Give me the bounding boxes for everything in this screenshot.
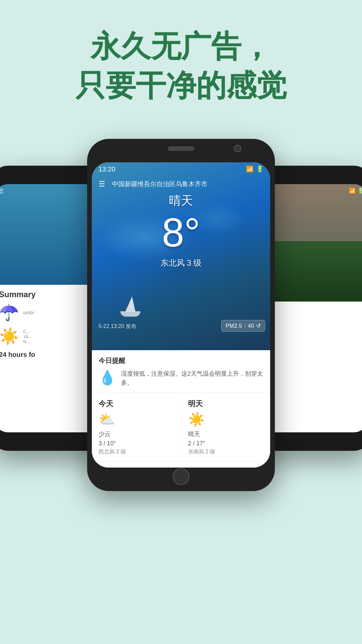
hero-line2: 只要干净的感觉 [0,66,362,105]
left-umbr-label: umbr- [23,310,36,315]
today-condition: 少云 [99,430,174,438]
boat-illustration [119,297,145,317]
today-label: 今天 [99,399,174,409]
left-weather-info: C... [23,329,32,334]
center-phone-speaker [168,146,194,151]
reminder-title: 今日提醒 [99,356,263,365]
right-status-icons: 📶 🔋 [349,187,362,194]
umbrella-icon: ☂️ [0,303,19,322]
status-bar: 13:20 📶 🔋 [92,162,270,176]
reminder-text: 湿度很低，注意保湿。这2天气温会明显上升，别穿太多。 [121,369,263,387]
weather-background: 13:20 📶 🔋 ☰ 中国新疆维吾尔自治区乌鲁木齐市 晴天 8° 东北风 3 … [92,162,270,350]
nav-bar: ☰ 中国新疆维吾尔自治区乌鲁木齐市 [92,176,270,193]
today-forecast: 今天 ⛅ 少云 3 / 10° 西北风 2 级 [92,393,181,462]
right-battery-icon: 🔋 [357,187,362,194]
weather-wind: 东北风 3 级 [92,258,270,268]
today-temp: 3 / 10° [99,440,174,447]
today-reminder: 今日提醒 💧 湿度很低，注意保湿。这2天气温会明显上升，别穿太多。 [92,350,270,393]
center-phone-camera [234,145,241,152]
pm25-badge: PM2.5：40 ↺ [221,320,265,332]
tomorrow-icon: ☀️ [188,412,264,427]
tomorrow-condition: 晴天 [188,430,264,438]
forecast-row: 今天 ⛅ 少云 3 / 10° 西北风 2 级 明天 ☀️ 晴天 2 / 17°… [92,393,270,462]
hourly-section: 24 小时预报 现在 ☀️ 14:00 ☀️ 15:00 ☀️ 16:00 ☀️… [92,462,270,468]
right-pm25-icon: ↺ [357,366,361,372]
hourly-title: 24 小时预报 [92,467,270,468]
right-pm25-badge: 47 ↺ [346,364,362,374]
status-time: 13:20 [99,165,115,173]
tomorrow-forecast: 明天 ☀️ 晴天 2 / 17° 东南风 2 级 [181,393,270,462]
phones-container: ☰ Summary ☂️ umbr- ☀️ [0,125,362,612]
status-icons-group: 📶 🔋 [246,165,263,173]
right-wifi-icon: 📶 [349,187,356,194]
tomorrow-wind: 东南风 2 级 [188,448,264,455]
left-nav-icon: ☰ [0,187,3,195]
center-phone-home[interactable] [173,468,189,485]
boat-hull [120,311,140,317]
boat-sail [125,297,135,312]
tomorrow-label: 明天 [188,399,264,409]
hero-section: 永久无广告， 只要干净的感觉 [0,0,362,119]
wifi-icon: 📶 [246,165,253,173]
sun-icon: ☀️ [0,327,19,346]
tomorrow-temp: 2 / 17° [188,440,264,447]
menu-icon[interactable]: ☰ [99,180,105,189]
today-wind: 西北风 2 级 [99,448,174,455]
hero-line1: 永久无广告， [0,27,362,66]
pm25-refresh-icon[interactable]: ↺ [256,322,261,329]
content-area: 今日提醒 💧 湿度很低，注意保湿。这2天气温会明显上升，别穿太多。 今天 ⛅ 少… [92,350,270,468]
center-phone-screen: 13:20 📶 🔋 ☰ 中国新疆维吾尔自治区乌鲁木齐市 晴天 8° 东北风 3 … [92,162,270,468]
phone-center: 13:20 📶 🔋 ☰ 中国新疆维吾尔自治区乌鲁木齐市 晴天 8° 东北风 3 … [87,139,275,491]
right-pm25-value: 47 [349,366,355,372]
weather-temperature: 8° [92,212,270,253]
today-icon: ⛅ [99,412,174,427]
water-drop-icon: 💧 [99,369,116,386]
reminder-content-row: 💧 湿度很低，注意保湿。这2天气温会明显上升，别穿太多。 [99,369,263,387]
pm25-text: PM2.5：40 [226,322,254,330]
weather-condition: 晴天 [92,193,270,209]
publish-time: 5-22 13:20 发布 [99,323,136,330]
weather-main: 晴天 8° 东北风 3 级 [92,193,270,268]
battery-icon: 🔋 [256,165,263,173]
location-label: 中国新疆维吾尔自治区乌鲁木齐市 [112,180,207,189]
